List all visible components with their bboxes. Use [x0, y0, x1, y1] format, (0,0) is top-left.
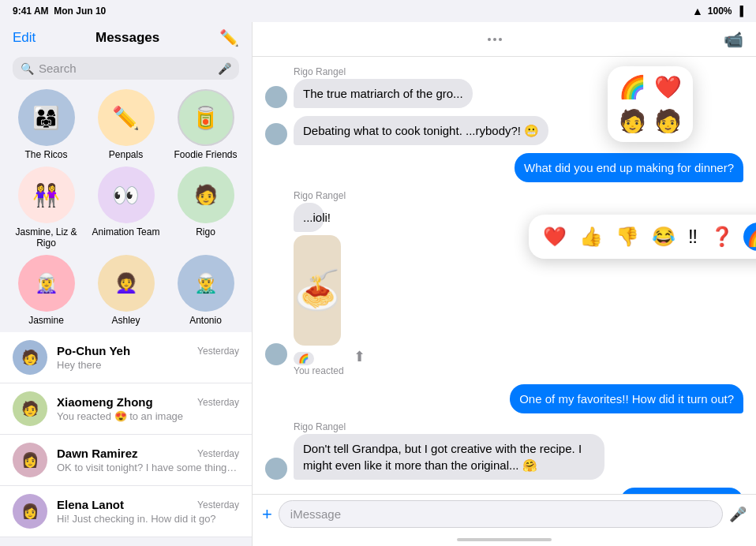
- tapback-rainbow[interactable]: 🌈: [619, 74, 646, 100]
- contact-name-elena: Elena Lanot: [57, 498, 124, 511]
- you-reacted-label: You reacted: [294, 365, 743, 376]
- avatar-rigo-m4: [265, 343, 287, 365]
- conversation-item-dawn[interactable]: 👩 Dawn Ramirez Yesterday OK to visit ton…: [0, 435, 252, 486]
- search-bar[interactable]: 🔍 Search 🎤: [13, 57, 239, 80]
- bubble-m2: Debating what to cook tonight. ...rybody…: [294, 116, 548, 145]
- conversation-item-elena[interactable]: 👩 Elena Lanot Yesterday Hi! Just checkin…: [0, 486, 252, 537]
- pinned-name-foodie: Foodie Friends: [174, 149, 237, 160]
- avatar-pochun: 🧑: [13, 340, 47, 375]
- reaction-picker[interactable]: ❤️ 👍 👎 😂 ‼️ ❓ 🌈 ☺: [529, 215, 756, 259]
- pinned-item-foodie[interactable]: 🥫 Foodie Friends: [169, 89, 242, 160]
- app-container: Edit Messages ✏️ 🔍 Search 🎤 👨‍👩‍👧 The Ri…: [0, 22, 756, 546]
- input-bar: + iMessage 🎤: [253, 494, 756, 533]
- search-input[interactable]: Search: [39, 62, 213, 75]
- chat-area: 🌈 ❤️ 🧑 🧑 📹 Rigo Rangel The true matriarc…: [253, 22, 756, 546]
- status-bar: 9:41 AM Mon Jun 10 ▲ 100% ▐: [0, 0, 756, 22]
- contact-name-pochun: Po-Chun Yeh: [57, 344, 130, 357]
- share-button[interactable]: ⬆: [354, 348, 365, 365]
- sidebar-header: Edit Messages ✏️: [0, 22, 252, 54]
- video-call-button[interactable]: 📹: [724, 30, 743, 49]
- avatar-rigo-m6: [265, 458, 287, 480]
- conversation-content-dawn: Dawn Ramirez Yesterday OK to visit tonig…: [57, 447, 239, 473]
- pinned-name-penpals: Penpals: [109, 149, 143, 160]
- preview-pochun: Hey there: [57, 359, 239, 371]
- tapback-popup[interactable]: 🌈 ❤️ 🧑 🧑: [608, 66, 693, 142]
- microphone-icon[interactable]: 🎤: [218, 62, 231, 75]
- reaction-rainbow[interactable]: 🌈: [743, 223, 756, 251]
- message-input[interactable]: iMessage: [279, 500, 723, 528]
- reaction-exclaim[interactable]: ‼️: [685, 223, 701, 251]
- msg-row-m7: What's your secret?: [265, 488, 743, 494]
- pinned-item-animation[interactable]: 👀 Animation Team: [89, 166, 163, 249]
- time-elena: Yesterday: [197, 499, 239, 510]
- voice-input-button[interactable]: 🎤: [729, 506, 747, 523]
- pinned-name-antonio: Antonio: [189, 315, 222, 326]
- battery-icon: ▐: [736, 6, 743, 17]
- reaction-thumbsdown[interactable]: 👎: [612, 223, 642, 251]
- tapback-person2[interactable]: 🧑: [654, 108, 682, 134]
- pinned-name-rigo: Rigo: [196, 226, 215, 237]
- pinned-item-ashley[interactable]: 👩‍🦱 Ashley: [89, 255, 163, 326]
- bubble-m7: What's your secret?: [620, 488, 743, 494]
- compose-button[interactable]: ✏️: [219, 28, 239, 47]
- pinned-name-ricos: The Ricos: [24, 149, 67, 160]
- sender-name-m6: Rigo Rangel: [294, 421, 743, 432]
- pinned-name-jasmine2: Jasmine: [28, 315, 64, 326]
- pinned-name-animation: Animation Team: [92, 226, 160, 237]
- avatar-elena: 👩: [13, 494, 47, 529]
- home-indicator: [253, 533, 756, 546]
- preview-xiao: You reacted 😍 to an image: [57, 410, 239, 422]
- pinned-item-jasmine-liz[interactable]: 👭 Jasmine, Liz & Rigo: [9, 166, 83, 249]
- reaction-heart[interactable]: ❤️: [540, 223, 570, 251]
- pinned-item-antonio[interactable]: 🧝‍♂️ Antonio: [169, 255, 242, 326]
- time-pochun: Yesterday: [197, 346, 239, 357]
- msg-row-m6: Don't tell Grandpa, but I got creative w…: [265, 434, 743, 480]
- bubble-m5: One of my favorites!! How did it turn ou…: [510, 384, 743, 413]
- bubble-m4-text: ...ioli!: [294, 203, 324, 232]
- wifi-icon: ▲: [692, 5, 703, 17]
- bubble-m6: Don't tell Grandpa, but I got creative w…: [294, 434, 604, 480]
- edit-button[interactable]: Edit: [13, 30, 36, 46]
- header-dots: [265, 38, 724, 41]
- avatar-rigo-m2: [265, 123, 287, 145]
- message-group-m6: Rigo Rangel Don't tell Grandpa, but I go…: [265, 421, 743, 480]
- status-right: ▲ 100% ▐: [692, 5, 743, 17]
- home-bar: [457, 538, 552, 541]
- pinned-item-rigo[interactable]: 🧑 Rigo: [169, 166, 242, 249]
- bubble-m3: What did you end up making for dinner?: [515, 153, 743, 182]
- contact-name-xiao: Xiaomeng Zhong: [57, 395, 153, 409]
- sender-name-m4: Rigo Rangel: [294, 190, 743, 201]
- bubble-group-m4: ...ioli! 🍝 🌈: [294, 203, 341, 365]
- sidebar-title: Messages: [95, 30, 159, 46]
- time-dawn: Yesterday: [197, 448, 239, 459]
- avatar-rigo-m1: [265, 86, 287, 108]
- preview-elena: Hi! Just checking in. How did it go?: [57, 513, 239, 525]
- conversation-content-pochun: Po-Chun Yeh Yesterday Hey there: [57, 344, 239, 371]
- sidebar: Edit Messages ✏️ 🔍 Search 🎤 👨‍👩‍👧 The Ri…: [0, 22, 253, 546]
- reaction-tag-m4: 🌈: [294, 352, 314, 365]
- preview-dawn: OK to visit tonight? I have some things …: [57, 462, 239, 473]
- pinned-item-penpals[interactable]: ✏️ Penpals: [89, 89, 163, 160]
- avatar-dawn: 👩: [13, 443, 47, 477]
- pinned-item-jasmine2[interactable]: 🧝‍♀️ Jasmine: [9, 255, 83, 326]
- add-attachment-button[interactable]: +: [262, 504, 272, 525]
- conversation-item-xiao[interactable]: 🧑 Xiaomeng Zhong Yesterday You reacted 😍…: [0, 383, 252, 435]
- pinned-item-ricos[interactable]: 👨‍👩‍👧 The Ricos: [9, 89, 83, 160]
- conversation-list: 🧑 Po-Chun Yeh Yesterday Hey there 🧑 Xiao…: [0, 332, 252, 546]
- conversation-item-pochun[interactable]: 🧑 Po-Chun Yeh Yesterday Hey there: [0, 332, 252, 383]
- message-row-m5: One of my favorites!! How did it turn ou…: [265, 384, 743, 413]
- reaction-haha[interactable]: 😂: [649, 223, 679, 251]
- contact-name-dawn: Dawn Ramirez: [57, 447, 138, 460]
- tapback-person1[interactable]: 🧑: [619, 108, 646, 134]
- chat-header: 📹: [253, 22, 756, 57]
- search-icon: 🔍: [21, 62, 34, 75]
- bubble-m1: The true matriarch of the gro...: [294, 79, 473, 108]
- message-row-m3: What did you end up making for dinner?: [265, 153, 743, 182]
- pinned-name-ashley: Ashley: [111, 315, 140, 326]
- message-group-m7: What's your secret? Read: [265, 488, 743, 494]
- tapback-heart[interactable]: ❤️: [654, 74, 682, 100]
- reaction-thumbsup[interactable]: 👍: [576, 223, 606, 251]
- reaction-question[interactable]: ❓: [707, 223, 737, 251]
- pinned-name-jasmine-liz: Jasmine, Liz & Rigo: [9, 226, 83, 249]
- battery-level: 100%: [708, 6, 732, 17]
